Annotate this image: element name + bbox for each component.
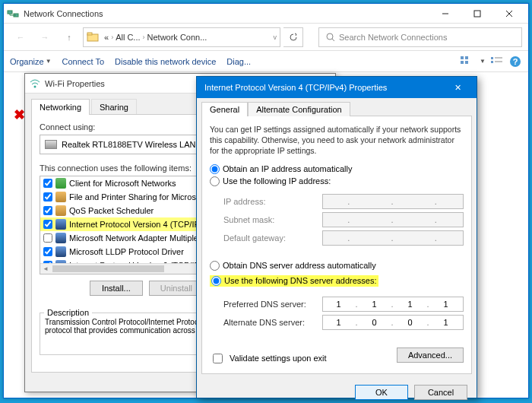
chevron-down-icon[interactable]: v — [274, 33, 277, 41]
folder-icon — [87, 31, 99, 43]
description-label: Description — [44, 308, 92, 317]
organize-menu[interactable]: Organize ▼ — [10, 57, 52, 66]
validate-checkbox[interactable] — [213, 354, 223, 363]
chevron-down-icon[interactable]: ▼ — [480, 58, 486, 65]
ip-auto-radio-input[interactable] — [210, 164, 220, 174]
svg-line-11 — [332, 39, 334, 41]
item-label: Client for Microsoft Networks — [69, 179, 176, 188]
ipv4-tabs: General Alternate Configuration — [197, 98, 477, 116]
search-icon — [325, 32, 336, 43]
main-titlebar[interactable]: Network Connections — [4, 4, 528, 24]
dns-auto-radio[interactable]: Obtain DNS server address automatically — [210, 261, 464, 271]
dns-manual-radio[interactable]: Use the following DNS server addresses: — [210, 275, 378, 287]
ip-auto-radio[interactable]: Obtain an IP address automatically — [210, 164, 464, 174]
svg-rect-12 — [461, 56, 464, 59]
svg-rect-9 — [87, 33, 92, 35]
component-icon — [55, 219, 66, 230]
ipv4-dialog-buttons: OK Cancel — [197, 379, 477, 403]
component-icon — [55, 178, 66, 189]
up-button[interactable]: ↑ — [59, 27, 80, 48]
navigation-row: ← → ↑ « › All C... › Network Conn... v S… — [4, 24, 528, 51]
ok-button[interactable]: OK — [355, 385, 408, 400]
ipv4-intro-text: You can get IP settings assigned automat… — [210, 124, 464, 157]
item-label: Microsoft LLDP Protocol Driver — [69, 247, 184, 256]
crumb-leaf[interactable]: Network Conn... — [145, 33, 210, 42]
tab-networking[interactable]: Networking — [31, 99, 90, 115]
advanced-button[interactable]: Advanced... — [397, 347, 464, 363]
ipv4-tab-body: You can get IP settings assigned automat… — [201, 116, 472, 374]
svg-rect-15 — [465, 61, 468, 64]
search-input[interactable]: Search Network Connections — [318, 27, 522, 47]
install-button[interactable]: Install... — [90, 281, 143, 296]
network-icon — [7, 8, 19, 20]
search-placeholder: Search Network Connections — [339, 33, 447, 42]
subnet-mask-label: Subnet mask: — [223, 215, 322, 224]
minimize-button[interactable] — [429, 5, 461, 23]
component-icon — [55, 192, 66, 202]
chevron-down-icon: ▼ — [46, 58, 52, 65]
view-list-icon[interactable] — [490, 56, 504, 68]
ip-address-label: IP address: — [223, 197, 322, 206]
dns-auto-radio-input[interactable] — [210, 261, 220, 271]
crumb-all[interactable]: All C... — [113, 33, 142, 42]
item-checkbox[interactable] — [43, 220, 52, 229]
pref-dns-input[interactable]: 1. 1. 1. 1 — [322, 297, 464, 312]
item-checkbox[interactable] — [43, 179, 52, 188]
forward-button[interactable]: → — [34, 27, 55, 48]
tab-general[interactable]: General — [201, 102, 248, 116]
address-bar[interactable]: « › All C... › Network Conn... v — [83, 27, 280, 47]
gateway-label: Default gateway: — [223, 233, 322, 243]
connect-to-button[interactable]: Connect To — [62, 57, 104, 66]
tab-alternate-config[interactable]: Alternate Configuration — [248, 102, 350, 116]
item-checkbox[interactable] — [43, 233, 52, 243]
command-bar: Organize ▼ Connect To Disable this netwo… — [4, 51, 528, 72]
help-icon[interactable]: ? — [508, 55, 522, 68]
validate-checkbox-row[interactable]: Validate settings upon exit — [210, 351, 397, 366]
ipv4-title: Internet Protocol Version 4 (TCP/IPv4) P… — [204, 83, 446, 92]
disable-device-button[interactable]: Disable this network device — [115, 57, 216, 66]
ip-address-input: ... — [322, 194, 464, 209]
svg-text:?: ? — [513, 57, 518, 66]
item-label: Internet Protocol Version 4 (TCP/IPv4) — [69, 220, 211, 229]
crumb-root[interactable]: « — [102, 33, 111, 42]
item-checkbox[interactable] — [43, 206, 52, 215]
adapter-icon — [45, 140, 57, 149]
ip-manual-radio[interactable]: Use the following IP address: — [210, 176, 464, 186]
view-tiles-icon[interactable] — [460, 56, 475, 68]
disabled-x-icon: ✖ — [14, 106, 25, 123]
component-icon — [55, 205, 66, 216]
gateway-input: ... — [322, 230, 464, 246]
svg-rect-14 — [461, 61, 464, 64]
component-icon — [55, 233, 66, 243]
dns-group: Preferred DNS server: 1. 1. 1. 1 Alterna… — [210, 292, 464, 338]
svg-rect-16 — [491, 57, 493, 59]
subnet-mask-input: ... — [322, 212, 464, 227]
adapter-name: Realtek RTL8188ETV Wireless LAN 802. — [62, 140, 214, 149]
diagnose-button[interactable]: Diag... — [226, 57, 251, 66]
ip-manual-radio-input[interactable] — [210, 176, 220, 186]
close-button[interactable] — [493, 5, 525, 23]
svg-rect-17 — [491, 61, 493, 63]
item-checkbox[interactable] — [43, 247, 52, 256]
tab-sharing[interactable]: Sharing — [91, 99, 137, 115]
maximize-button[interactable] — [461, 5, 493, 23]
item-label: QoS Packet Scheduler — [69, 206, 154, 215]
ipv4-properties-dialog: Internet Protocol Version 4 (TCP/IPv4) P… — [196, 76, 477, 398]
main-title: Network Connections — [24, 9, 429, 18]
back-button[interactable]: ← — [10, 27, 31, 48]
item-checkbox[interactable] — [43, 192, 52, 202]
ipv4-titlebar[interactable]: Internet Protocol Version 4 (TCP/IPv4) P… — [197, 77, 477, 98]
ipv4-close-button[interactable]: ✕ — [446, 78, 469, 97]
dns-manual-radio-input[interactable] — [211, 276, 221, 286]
ip-address-group: IP address:... Subnet mask:... Default g… — [210, 189, 464, 253]
alt-dns-label: Alternate DNS server: — [223, 318, 322, 327]
scroll-left-icon[interactable]: ◄ — [40, 264, 51, 274]
cancel-button[interactable]: Cancel — [414, 385, 467, 400]
wifi-icon — [30, 78, 40, 89]
refresh-icon — [289, 33, 298, 42]
alt-dns-input[interactable]: 1. 0. 0. 1 — [322, 315, 464, 330]
scroll-thumb[interactable] — [52, 265, 164, 272]
refresh-button[interactable] — [283, 27, 303, 47]
svg-rect-13 — [465, 56, 468, 59]
svg-rect-5 — [474, 11, 480, 17]
